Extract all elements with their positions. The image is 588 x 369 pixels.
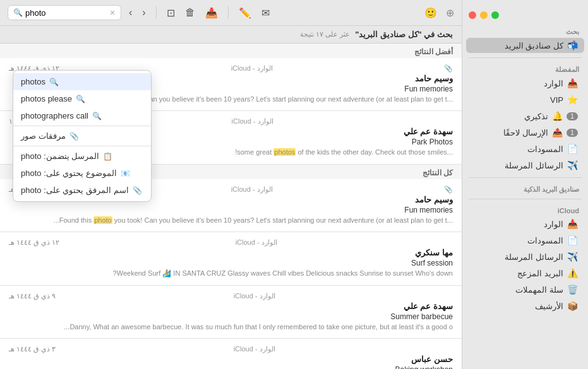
email-subject-4: Surf session: [9, 259, 453, 267]
send-later-badge: 1: [567, 129, 578, 137]
sidebar-item-icloud-drafts-label: المسودات: [472, 236, 563, 245]
sidebar-divider-2: [469, 177, 582, 178]
search-suggestion-icon-2: 🔍: [76, 95, 85, 103]
suggestion-photos-please[interactable]: 🔍 photos please: [13, 90, 151, 107]
clear-search-icon[interactable]: ×: [110, 8, 115, 18]
suggestion-subject[interactable]: 📧 الموضوع يحتوي على: photo: [13, 165, 151, 182]
sidebar-item-label: كل صناديق البريد: [472, 41, 563, 50]
sidebar-section-smart: صناديق البريد الذكية: [462, 182, 588, 195]
main-content: 🔍 × ‹ › ⊡ 🗑 📥 ✏️ ✉ 🙂 ⊕ بحث في "كل صناديق…: [0, 0, 462, 369]
sidebar-item-icloud-junk[interactable]: ⚠️ البريد المزعج: [466, 266, 584, 281]
email-meta-5: الوارد - iCloud ٩ ذي ق ١٤٤٤ هـ: [9, 292, 453, 300]
sidebar-item-drafts-fav[interactable]: 📄 المسودات: [466, 141, 584, 156]
compose-button[interactable]: ✏️: [236, 6, 254, 20]
search-input[interactable]: [25, 8, 107, 18]
email-preview-3: ...Found this photo you took! Can you be…: [9, 216, 453, 225]
email-preview-5: Danny, What an awesome barbecue. It was …: [9, 322, 453, 332]
nav-prev-button[interactable]: ‹: [126, 6, 135, 20]
sidebar-item-icloud-archive[interactable]: 📦 الأرشيف: [466, 298, 584, 313]
email-sender-4: مها سنكري: [415, 248, 453, 257]
email-source-3: الوارد - iCloud: [231, 185, 273, 194]
email-source-5: الوارد - iCloud: [234, 292, 275, 300]
email-sender-2: سهدة عم علي: [404, 127, 453, 136]
search-suggestion-icon-4: 📎: [69, 132, 79, 141]
attachment-icon-1: 📎: [444, 64, 453, 73]
sidebar: بحث 📬 كل صناديق البريد المفضلة 📥 الوارد …: [462, 0, 588, 369]
suggestion-photos[interactable]: 🔍 photos: [13, 73, 151, 90]
email-source-6: الوارد - iCloud: [234, 345, 275, 353]
table-row[interactable]: الوارد - iCloud ٩ ذي ق ١٤٤٤ هـ سهدة عم ع…: [0, 286, 462, 339]
sidebar-item-reminders[interactable]: 1 🔔 تذكيري: [466, 108, 584, 124]
nav-next-button[interactable]: ›: [140, 6, 148, 20]
search-suggestion-icon-7: 📎: [133, 186, 142, 195]
suggestion-attachment-name[interactable]: 📎 اسم المرفق يحتوي على: photo: [13, 182, 151, 199]
window-controls: [462, 6, 588, 24]
suggestion-text-7: اسم المرفق يحتوي على: photo: [21, 185, 129, 195]
inbox-icon: 📥: [567, 78, 578, 88]
suggestion-text-6: الموضوع يحتوي على: photo: [21, 168, 117, 178]
table-row[interactable]: الوارد - iCloud ١٢ ذي ق ١٤٤٤ هـ مها سنكر…: [0, 232, 462, 285]
suggestion-sender[interactable]: 📋 المرسل يتضمن: photo: [13, 148, 151, 165]
search-context-title: بحث في "كل صناديق البريد": [355, 30, 453, 39]
email-header-6: حسن عباس: [9, 354, 453, 364]
envelope-button[interactable]: ✉: [259, 6, 272, 20]
sidebar-item-send-later-label: الإرسال لاحقًا: [472, 128, 548, 138]
toolbar: 🔍 × ‹ › ⊡ 🗑 📥 ✏️ ✉ 🙂 ⊕: [0, 0, 462, 26]
sidebar-item-reminder-label: تذكيري: [472, 112, 548, 121]
sidebar-section-icloud: iCloud: [462, 203, 588, 216]
delete-button[interactable]: 🗑: [183, 6, 198, 20]
search-suggestion-icon-3: 🔍: [92, 112, 102, 120]
star-icon: ⭐: [567, 95, 578, 105]
email-sender-3: وسيم حامد: [415, 195, 453, 204]
icloud-drafts-icon: 📄: [567, 235, 578, 245]
archive-button[interactable]: ⊡: [164, 6, 177, 20]
maximize-button[interactable]: [491, 11, 499, 19]
sidebar-item-icloud-drafts[interactable]: 📄 المسودات: [466, 233, 584, 248]
sidebar-divider-3: [469, 199, 582, 199]
sidebar-item-inbox-fav[interactable]: 📥 الوارد: [466, 76, 584, 91]
move-button[interactable]: 📥: [203, 6, 220, 20]
email-source-2: الوارد - iCloud: [232, 117, 273, 126]
sidebar-item-icloud-sent[interactable]: ✈️ الرسائل المرسلة: [466, 249, 584, 264]
email-date-4: ١٢ ذي ق ١٤٤٤ هـ: [9, 238, 59, 247]
send-later-icon: 📤: [552, 127, 563, 138]
suggestion-photographers-call[interactable]: 🔍 photographers call: [13, 107, 151, 124]
dropdown-divider-2: [13, 146, 151, 146]
suggestion-text-3: photographers call: [21, 111, 88, 120]
sidebar-item-sent-fav[interactable]: ✈️ الرسائل المرسلة: [466, 158, 584, 173]
reminders-badge: 1: [567, 112, 578, 120]
sidebar-item-send-later[interactable]: 1 📤 الإرسال لاحقًا: [466, 125, 584, 140]
sidebar-divider-1: [469, 57, 582, 58]
sidebar-item-vip[interactable]: ⭐ VIP: [466, 92, 584, 107]
suggestion-text-4: مرفقات صور: [21, 131, 66, 141]
toolbar-divider-1: [156, 6, 157, 19]
add-button[interactable]: ⊕: [446, 7, 454, 19]
content-wrapper: 🔍 photos 🔍 photos please 🔍 photographers…: [0, 44, 462, 369]
email-preview-4: Weekend Surf 🏄 IN SANTA CRUZ Glassy wave…: [9, 269, 453, 278]
sidebar-item-icloud-trash[interactable]: 🗑️ سلة المهملات: [466, 282, 584, 297]
sidebar-item-drafts-label: المسودات: [472, 144, 563, 154]
sidebar-item-icloud-inbox[interactable]: 📥 الوارد: [466, 216, 584, 231]
suggestion-text-5: المرسل يتضمن: photo: [21, 151, 99, 161]
email-subject-3: Fun memories: [9, 206, 453, 214]
email-source-4: الوارد - iCloud: [236, 238, 277, 247]
suggestion-attachments[interactable]: 📎 مرفقات صور: [13, 127, 151, 144]
email-date-6: ٣ ذي ق ١٤٤٤ هـ: [9, 345, 56, 353]
close-button[interactable]: [469, 11, 476, 19]
sidebar-item-all-mailboxes[interactable]: 📬 كل صناديق البريد: [466, 38, 584, 53]
sidebar-section-search: بحث: [462, 24, 588, 37]
sidebar-item-icloud-trash-label: سلة المهملات: [472, 285, 563, 295]
email-sender-1: وسيم حامد: [415, 74, 453, 83]
sidebar-section-favorites: المفضلة: [462, 62, 588, 75]
email-meta-6: الوارد - iCloud ٣ ذي ق ١٤٤٤ هـ: [9, 345, 453, 353]
search-bar[interactable]: 🔍 ×: [8, 5, 121, 20]
suggestion-text-1: photos: [21, 77, 45, 86]
minimize-button[interactable]: [480, 11, 488, 19]
email-sender-6: حسن عباس: [411, 354, 453, 364]
toolbar-divider-2: [228, 6, 229, 19]
table-row[interactable]: الوارد - iCloud ٣ ذي ق ١٤٤٤ هـ حسن عباس …: [0, 339, 462, 369]
email-subject-6: Baking workshop: [9, 365, 453, 369]
icloud-junk-icon: ⚠️: [567, 268, 578, 278]
emoji-button[interactable]: 🙂: [424, 7, 437, 19]
sidebar-item-icloud-junk-label: البريد المزعج: [472, 269, 563, 278]
